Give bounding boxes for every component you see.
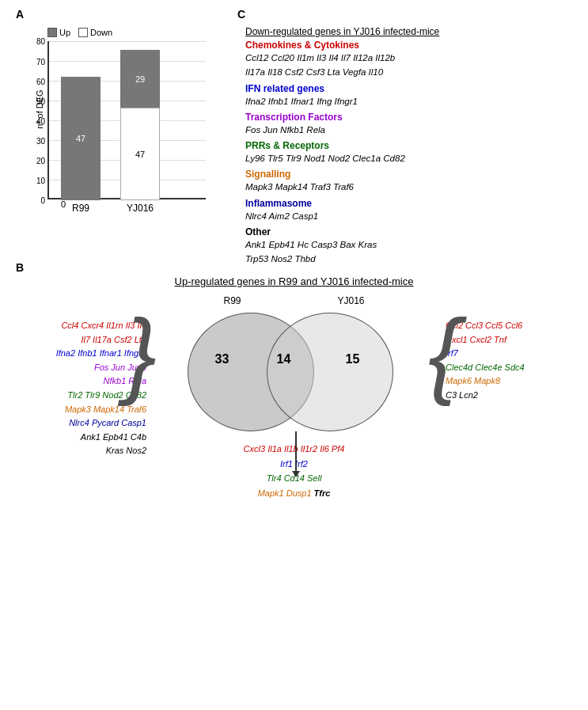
bar-r99-up: 47 [61, 77, 101, 200]
top-section: A Up Down nº of DEG [12, 8, 576, 253]
category-prr: PRRs & Receptors Ly96 Tlr5 Tlr9 Nod1 Nod… [245, 140, 572, 165]
bar-yj016-down: 47 [120, 108, 160, 200]
right-bracket: { [428, 315, 460, 391]
lg-8: Nlrc4 Pycard Casp1 [12, 416, 146, 431]
legend-down-box [78, 28, 88, 37]
venn-num-shared: 14 [277, 352, 291, 366]
legend-down: Down [78, 28, 112, 37]
panel-a: A Up Down nº of DEG [12, 8, 233, 253]
arrow-head [292, 471, 300, 477]
bar-r99-up-value: 47 [76, 134, 85, 143]
y-tick-40: 40 [36, 117, 45, 126]
legend-up-box [47, 28, 57, 37]
venn-arrow [292, 431, 300, 477]
genes-tf: Fos Jun Nfkb1 Rela [245, 123, 572, 137]
left-bracket: } [125, 315, 157, 391]
y-ticks: 80 70 60 50 40 30 20 10 0 [28, 41, 45, 199]
venn-labels: R99 YJ016 [176, 295, 413, 306]
cat-title-chemokines: Chemokines & Cytokines [245, 40, 572, 51]
grid-line-8 [49, 41, 206, 42]
genes-ifn: Ifna2 Ifnb1 Ifnar1 Ifng Ifngr1 [245, 95, 572, 108]
venn-num-r99: 33 [215, 352, 230, 366]
cat-title-tf: Transcription Factors [245, 112, 572, 123]
bg-4: Mapk1 Dusp1 Tfrc [244, 486, 345, 501]
y-tick-80: 80 [36, 37, 45, 46]
panel-a-label: A [16, 8, 24, 21]
bar-r99-label: R99 [72, 203, 89, 214]
panel-c: C Down-regulated genes in YJ016 infected… [233, 8, 576, 253]
category-other: Other Ank1 Epb41 Hc Casp3 Bax Kras Trp53… [245, 226, 572, 267]
bar-chart-wrapper: nº of DEG 80 70 60 50 40 30 20 10 0 [47, 41, 222, 215]
rg-6: C3 Lcn2 [446, 389, 576, 403]
rg-2: Cxcl1 Cxcl2 Tnf [446, 333, 576, 347]
bar-yj016-label: YJ016 [127, 203, 154, 214]
rg-3: Irf7 [446, 347, 576, 361]
legend-down-label: Down [90, 28, 112, 37]
y-tick-60: 60 [36, 78, 45, 86]
center-content: R99 YJ016 33 14 15 Cx [150, 295, 438, 596]
category-ifn: IFN related genes Ifna2 Ifnb1 Ifnar1 Ifn… [245, 83, 572, 108]
panel-b-title: Up-regulated genes in R99 and YJ016 infe… [12, 275, 576, 287]
bar-r99-down-value: 0 [61, 199, 66, 209]
rg-4: Clec4d Clec4e Sdc4 [446, 361, 576, 375]
venn-label-yj016: YJ016 [337, 295, 364, 306]
left-genes: Ccl4 Cxcr4 Il1rn Il3 Il4 Il7 Il17a Csf2 … [12, 295, 150, 596]
chart-area: Up Down nº of DEG 80 70 60 [16, 28, 222, 234]
y-tick-20: 20 [36, 157, 45, 165]
cat-title-other: Other [245, 226, 572, 237]
panel-b-label: B [16, 261, 24, 274]
chart-legend: Up Down [47, 28, 222, 37]
cat-title-prr: PRRs & Receptors [245, 140, 572, 151]
rg-5: Mapk6 Mapk8 [446, 374, 576, 389]
bar-yj016: 29 47 YJ016 [120, 50, 160, 214]
y-tick-30: 30 [36, 137, 45, 146]
genes-inflammasome: Nlrc4 Aim2 Casp1 [245, 210, 572, 223]
category-signalling: Signalling Mapk3 Mapk14 Traf3 Traf6 [245, 169, 572, 194]
category-chemokines: Chemokines & Cytokines Ccl12 Ccl20 Il1m … [245, 40, 572, 80]
venn-container: 33 14 15 [176, 309, 413, 435]
category-inflammasome: Inflammasome Nlrc4 Aim2 Casp1 [245, 198, 572, 223]
bar-yj016-down-value: 47 [135, 150, 145, 159]
genes-prr: Ly96 Tlr5 Tlr9 Nod1 Nod2 Clec1a Cd82 [245, 152, 572, 165]
legend-up: Up [47, 28, 70, 37]
genes-chemokines-2: Il17a Il18 Csf2 Csf3 Lta Vegfa Il10 [245, 66, 572, 79]
main-container: A Up Down nº of DEG [0, 0, 588, 710]
y-tick-10: 10 [36, 177, 45, 185]
venn-circle-yj016 [267, 313, 393, 431]
cat-title-inflammasome: Inflammasome [245, 198, 572, 209]
y-tick-0: 0 [40, 196, 45, 205]
cat-title-ifn: IFN related genes [245, 83, 572, 94]
genes-chemokines-1: Ccl12 Ccl20 Il1m Il3 Il4 Il7 Il12a Il12b [245, 51, 572, 65]
y-tick-70: 70 [36, 58, 45, 66]
y-tick-50: 50 [36, 97, 45, 106]
category-tf: Transcription Factors Fos Jun Nfkb1 Rela [245, 112, 572, 137]
venn-section: Ccl4 Cxcr4 Il1rn Il3 Il4 Il7 Il17a Csf2 … [12, 295, 576, 596]
right-genes: { Ccl2 Ccl3 Ccl5 Ccl6 Cxcl1 Cxcl2 Tnf Ir… [438, 295, 576, 596]
genes-other-1: Ank1 Epb41 Hc Casp3 Bax Kras [245, 238, 572, 252]
venn-label-r99: R99 [223, 295, 241, 306]
lg-9: Ank1 Epb41 C4b [12, 431, 146, 445]
bar-yj016-up: 29 [120, 50, 160, 108]
bars-container: 47 0 R99 29 [49, 55, 160, 214]
bar-r99: 47 0 R99 [61, 77, 101, 214]
panel-b: B Up-regulated genes in R99 and YJ016 in… [12, 261, 576, 702]
venn-num-yj016: 15 [346, 352, 360, 366]
arrow-line [295, 431, 297, 471]
rg-1: Ccl2 Ccl3 Ccl5 Ccl6 [446, 319, 576, 333]
genes-signalling: Mapk3 Mapk14 Traf3 Traf6 [245, 180, 572, 194]
bar-yj016-up-value: 29 [135, 74, 145, 84]
cat-title-signalling: Signalling [245, 169, 572, 180]
lg-10: Kras Nos2 [12, 444, 146, 458]
panel-c-title: Down-regulated genes in YJ016 infected-m… [245, 26, 572, 37]
panel-c-label: C [237, 8, 245, 21]
legend-up-label: Up [59, 28, 70, 37]
panel-c-content: Down-regulated genes in YJ016 infected-m… [245, 26, 572, 266]
